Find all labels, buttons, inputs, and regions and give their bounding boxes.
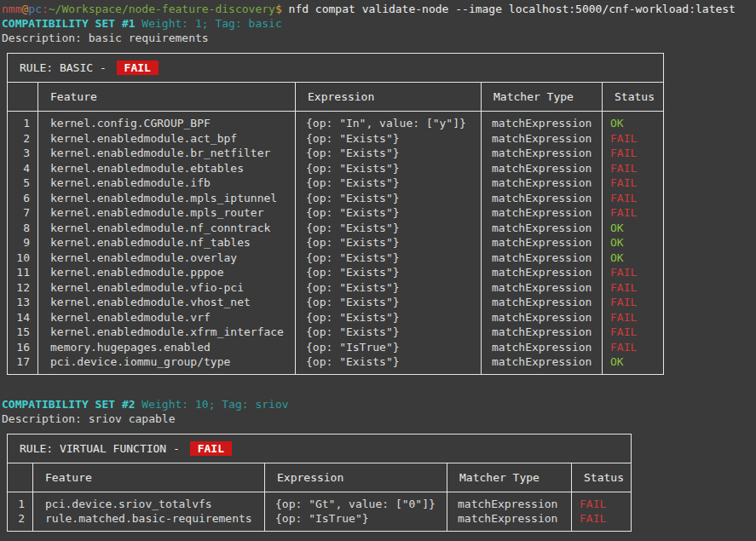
- row-index-cell: 11: [8, 265, 38, 280]
- status-cell: OK: [603, 354, 664, 374]
- rule-title-row: RULE: VIRTUAL FUNCTION - FAIL: [8, 434, 632, 463]
- expression-cell: {op: "In", value: ["y"]}: [296, 112, 482, 131]
- matcher-type-cell: matchExpression: [447, 492, 572, 511]
- expression-cell: {op: "Exists"}: [296, 250, 482, 266]
- table-row: 5kernel.enabledmodule.ifb{op: "Exists"}m…: [8, 176, 664, 191]
- prompt-colon: :: [42, 3, 49, 15]
- status-cell: OK: [603, 250, 664, 266]
- row-index-cell: 15: [8, 325, 38, 340]
- expression-cell: {op: "Gt", value: ["0"]}: [265, 492, 447, 511]
- row-index-cell: 14: [8, 310, 38, 325]
- feature-cell: kernel.enabledmodule.pppoe: [38, 265, 296, 280]
- col-header-index: [8, 463, 33, 492]
- status-cell: FAIL: [603, 325, 664, 340]
- set-title: COMPATIBILITY SET #2: [2, 398, 136, 411]
- expression-cell: {op: "Exists"}: [296, 295, 482, 310]
- status-cell: FAIL: [603, 146, 664, 161]
- feature-cell: pci.device.sriov_totalvfs: [33, 492, 265, 511]
- matcher-type-cell: matchExpression: [482, 112, 603, 131]
- row-index-cell: 2: [8, 131, 38, 147]
- expression-cell: {op: "Exists"}: [296, 280, 482, 296]
- table-row: 16memory.hugepages.enabled{op: "IsTrue"}…: [8, 340, 664, 355]
- status-cell: FAIL: [572, 511, 632, 531]
- table-row: 12kernel.enabledmodule.vfio-pci{op: "Exi…: [8, 280, 664, 296]
- status-cell: FAIL: [603, 340, 664, 355]
- row-index-cell: 12: [8, 280, 38, 296]
- feature-cell: kernel.enabledmodule.br_netfilter: [38, 146, 296, 161]
- row-index-cell: 8: [8, 221, 38, 236]
- col-header-status: Status: [603, 83, 664, 112]
- compatibility-set-2: COMPATIBILITY SET #2 Weight: 10; Tag: sr…: [2, 397, 756, 532]
- row-index-cell: 3: [8, 146, 38, 161]
- col-header-expression: Expression: [296, 83, 482, 112]
- row-index-cell: 7: [8, 205, 38, 221]
- feature-cell: kernel.enabledmodule.nf_tables: [38, 235, 296, 250]
- table-row: 6kernel.enabledmodule.mpls_iptunnel{op: …: [8, 191, 664, 206]
- expression-cell: {op: "Exists"}: [296, 221, 482, 236]
- feature-cell: kernel.enabledmodule.nf_conntrack: [38, 221, 296, 236]
- table-row: 2kernel.enabledmodule.act_bpf{op: "Exist…: [8, 131, 664, 147]
- row-index-cell: 10: [8, 250, 38, 266]
- feature-cell: kernel.enabledmodule.act_bpf: [38, 131, 296, 147]
- matcher-type-cell: matchExpression: [447, 511, 572, 531]
- rules-table-1: RULE: BASIC - FAIL Feature Expression Ma…: [7, 53, 664, 375]
- table-body: 1pci.device.sriov_totalvfs{op: "Gt", val…: [8, 492, 632, 531]
- matcher-type-cell: matchExpression: [482, 325, 603, 340]
- row-index-cell: 17: [8, 354, 38, 374]
- feature-cell: kernel.enabledmodule.mpls_iptunnel: [38, 191, 296, 206]
- terminal-window: { "colors": { "background": "#3a3a3a", "…: [0, 0, 756, 541]
- row-index-cell: 1: [8, 492, 33, 511]
- matcher-type-cell: matchExpression: [482, 295, 603, 310]
- set-description: Description: basic requirements: [2, 31, 756, 45]
- set-title: COMPATIBILITY SET #1: [2, 17, 136, 30]
- feature-cell: kernel.enabledmodule.ebtables: [38, 161, 296, 176]
- row-index-cell: 4: [8, 161, 38, 176]
- matcher-type-cell: matchExpression: [482, 131, 603, 147]
- feature-cell: kernel.enabledmodule.vrf: [38, 310, 296, 325]
- set-meta: Weight: 1; Tag: basic: [136, 17, 282, 30]
- matcher-type-cell: matchExpression: [482, 340, 603, 355]
- set-meta: Weight: 10; Tag: sriov: [136, 398, 289, 411]
- column-header-row: Feature Expression Matcher Type Status: [8, 83, 664, 112]
- feature-cell: memory.hugepages.enabled: [38, 340, 296, 355]
- matcher-type-cell: matchExpression: [482, 310, 603, 325]
- row-index-cell: 1: [8, 112, 38, 131]
- feature-cell: kernel.enabledmodule.overlay: [38, 250, 296, 266]
- expression-cell: {op: "Exists"}: [296, 354, 482, 374]
- rule-title: RULE: VIRTUAL FUNCTION - FAIL: [8, 434, 632, 463]
- prompt-line: nmm@pc:~/Workspace/node-feature-discover…: [2, 2, 756, 16]
- table-row: 1kernel.config.CGROUP_BPF{op: "In", valu…: [8, 112, 664, 131]
- status-cell: OK: [603, 235, 664, 250]
- table-row: 1pci.device.sriov_totalvfs{op: "Gt", val…: [8, 492, 632, 511]
- rule-label: RULE: VIRTUAL FUNCTION -: [20, 442, 187, 455]
- set-description: Description: sriov capable: [2, 412, 756, 426]
- expression-cell: {op: "Exists"}: [296, 146, 482, 161]
- expression-cell: {op: "IsTrue"}: [265, 511, 447, 531]
- col-header-matcher-type: Matcher Type: [482, 83, 603, 112]
- table-row: 7kernel.enabledmodule.mpls_router{op: "E…: [8, 205, 664, 221]
- feature-cell: kernel.enabledmodule.ifb: [38, 176, 296, 191]
- prompt-host: pc: [28, 3, 42, 15]
- compatibility-set-1: COMPATIBILITY SET #1 Weight: 1; Tag: bas…: [2, 16, 756, 375]
- matcher-type-cell: matchExpression: [482, 354, 603, 374]
- rules-table-2: RULE: VIRTUAL FUNCTION - FAIL Feature Ex…: [7, 434, 632, 532]
- row-index-cell: 2: [8, 511, 33, 531]
- expression-cell: {op: "Exists"}: [296, 176, 482, 191]
- status-cell: FAIL: [603, 161, 664, 176]
- row-index-cell: 13: [8, 295, 38, 310]
- rule-status-badge: FAIL: [117, 60, 159, 75]
- matcher-type-cell: matchExpression: [482, 265, 603, 280]
- status-cell: FAIL: [603, 176, 664, 191]
- prompt-user: nmm: [2, 3, 21, 15]
- terminal-content: nmm@pc:~/Workspace/node-feature-discover…: [0, 0, 756, 532]
- matcher-type-cell: matchExpression: [482, 250, 603, 266]
- col-header-matcher-type: Matcher Type: [447, 463, 572, 492]
- status-cell: OK: [603, 112, 664, 131]
- col-header-status: Status: [572, 463, 632, 492]
- feature-cell: kernel.enabledmodule.xfrm_interface: [38, 325, 296, 340]
- col-header-feature: Feature: [38, 83, 296, 112]
- feature-cell: kernel.config.CGROUP_BPF: [38, 112, 296, 131]
- prompt-dollar: $: [275, 3, 282, 15]
- table-row: 14kernel.enabledmodule.vrf{op: "Exists"}…: [8, 310, 664, 325]
- expression-cell: {op: "Exists"}: [296, 235, 482, 250]
